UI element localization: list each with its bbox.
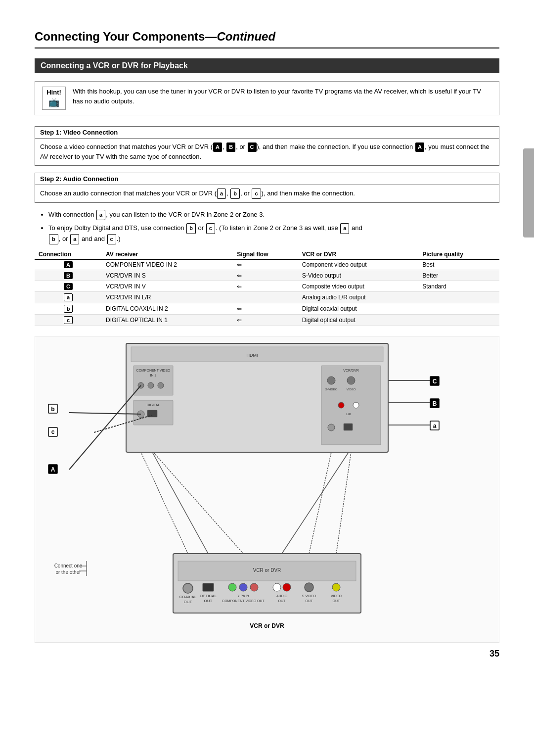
badge-a-bullet2b: a <box>70 234 79 244</box>
svg-text:VCR or DVR: VCR or DVR <box>253 567 281 573</box>
cell-vcr: Digital optical output <box>298 315 418 326</box>
cell-quality: Better <box>418 270 499 281</box>
svg-point-60 <box>283 583 291 591</box>
svg-rect-24 <box>344 424 353 430</box>
step2-box: Step 2: Audio Connection Choose an audio… <box>35 173 499 203</box>
step1-box: Step 1: Video Connection Choose a video … <box>35 126 499 166</box>
col-av-receiver: AV receiver <box>102 249 233 260</box>
svg-text:S VIDEO: S VIDEO <box>302 594 316 598</box>
svg-text:c: c <box>51 428 55 435</box>
badge-B: B <box>226 142 235 152</box>
badge-b-bullet2b: b <box>49 234 58 244</box>
svg-text:DIGITAL: DIGITAL <box>147 403 160 407</box>
col-quality: Picture quality <box>418 249 499 260</box>
cell-av: DIGITAL COAXIAL IN 2 <box>102 303 233 315</box>
cell-connection: C <box>35 281 102 292</box>
svg-text:OUT: OUT <box>333 599 341 603</box>
svg-text:VCR or DVR: VCR or DVR <box>250 622 284 629</box>
svg-text:COAXIAL: COAXIAL <box>179 595 197 599</box>
step1-title: Step 1: Video Connection <box>35 127 499 139</box>
svg-text:OUT: OUT <box>184 600 192 604</box>
cell-av: DIGITAL OPTICAL IN 1 <box>102 315 233 326</box>
svg-point-63 <box>305 583 313 592</box>
cell-signal <box>233 292 298 303</box>
cell-signal: ⇐ <box>233 281 298 292</box>
cell-quality <box>418 315 499 326</box>
cell-quality: Best <box>418 259 499 270</box>
badge-c-bullet2: c <box>206 223 215 234</box>
col-connection: Connection <box>35 249 102 260</box>
svg-point-21 <box>353 402 359 408</box>
cell-quality <box>418 303 499 315</box>
svg-point-48 <box>183 583 193 593</box>
svg-text:Connect one: Connect one <box>54 563 83 568</box>
hint-label: Hint! 📺 <box>42 87 66 110</box>
cell-signal: ⇐ <box>233 259 298 270</box>
cell-signal: ⇐ <box>233 270 298 281</box>
table-row: A COMPONENT VIDEO IN 2 ⇐ Component video… <box>35 259 499 270</box>
svg-point-9 <box>158 382 164 388</box>
svg-point-54 <box>228 583 236 591</box>
svg-text:S-VIDEO: S-VIDEO <box>325 388 338 391</box>
cell-connection: A <box>35 259 102 270</box>
page: Connecting Your Components—Continued Con… <box>0 0 534 679</box>
svg-point-16 <box>327 377 335 384</box>
hint-text: With this hookup, you can use the tuner … <box>73 87 492 106</box>
step2-body: Choose an audio connection that matches … <box>35 185 499 202</box>
svg-text:A: A <box>51 466 55 473</box>
badge-C: C <box>248 142 257 152</box>
diagram-container: HDMI COMPONENT VIDEO IN 2 DIGITAL VCR/DV… <box>35 336 499 644</box>
step1-body: Choose a video connection that matches y… <box>35 139 499 165</box>
svg-text:AUDIO: AUDIO <box>276 594 288 598</box>
section-header: Connecting a VCR or DVR for Playback <box>35 58 499 73</box>
table-row: C VCR/DVR IN V ⇐ Composite video output … <box>35 281 499 292</box>
badge-a-bullet1: a <box>96 210 105 220</box>
svg-text:L/R: L/R <box>346 413 351 416</box>
connection-table: Connection AV receiver Signal flow VCR o… <box>35 249 499 326</box>
cell-quality <box>418 292 499 303</box>
main-title: Connecting Your Components—Continued <box>35 30 499 48</box>
svg-text:IN 2: IN 2 <box>150 374 157 377</box>
page-number: 35 <box>490 649 499 659</box>
svg-text:OPTICAL: OPTICAL <box>200 594 217 598</box>
badge-a-bullet2: a <box>340 223 349 234</box>
svg-text:B: B <box>433 400 437 407</box>
cell-connection: b <box>35 303 102 315</box>
table-row: b DIGITAL COAXIAL IN 2 ⇐ Digital coaxial… <box>35 303 499 315</box>
badge-A2: A <box>415 142 424 152</box>
diagram-svg: HDMI COMPONENT VIDEO IN 2 DIGITAL VCR/DV… <box>35 336 499 643</box>
svg-text:COMPONENT VIDEO OUT: COMPONENT VIDEO OUT <box>222 599 265 603</box>
and-text: and <box>94 235 105 242</box>
svg-point-56 <box>250 583 258 591</box>
table-row: c DIGITAL OPTICAL IN 1 ⇐ Digital optical… <box>35 315 499 326</box>
svg-text:or the other: or the other <box>55 569 81 575</box>
col-signal-flow: Signal flow <box>233 249 298 260</box>
badge-c-bullet2b: c <box>107 234 116 244</box>
svg-text:Y  Pb  Pr: Y Pb Pr <box>237 594 250 598</box>
cell-quality: Standard <box>418 281 499 292</box>
cell-signal: ⇐ <box>233 303 298 315</box>
cell-vcr: Composite video output <box>298 281 418 292</box>
cell-connection: B <box>35 270 102 281</box>
cell-connection: c <box>35 315 102 326</box>
cell-vcr: S-Video output <box>298 270 418 281</box>
col-vcr-dvr: VCR or DVR <box>298 249 418 260</box>
cell-connection: a <box>35 292 102 303</box>
svg-rect-51 <box>203 583 214 591</box>
svg-text:HDMI: HDMI <box>247 353 258 358</box>
svg-text:b: b <box>51 406 54 413</box>
badge-A: A <box>213 142 222 152</box>
bullet-1: With connection a, you can listen to the… <box>48 210 499 220</box>
cell-signal: ⇐ <box>233 315 298 326</box>
svg-text:COMPONENT VIDEO: COMPONENT VIDEO <box>136 369 171 372</box>
badge-b: b <box>230 189 240 199</box>
table-row: a VCR/DVR IN L/R Analog audio L/R output <box>35 292 499 303</box>
right-tab <box>523 148 534 237</box>
svg-text:VCR/DVR: VCR/DVR <box>343 369 359 372</box>
cell-av: VCR/DVR IN S <box>102 270 233 281</box>
badge-b-bullet2: b <box>186 223 196 234</box>
cell-av: VCR/DVR IN L/R <box>102 292 233 303</box>
cell-vcr: Component video output <box>298 259 418 270</box>
svg-point-18 <box>347 377 355 384</box>
cell-av: COMPONENT VIDEO IN 2 <box>102 259 233 270</box>
